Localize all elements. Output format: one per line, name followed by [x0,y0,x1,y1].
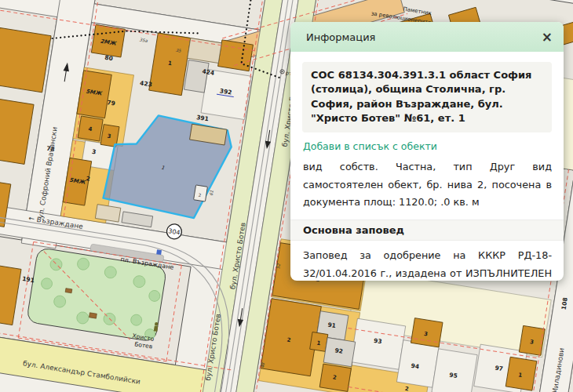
parcel-number: 79 [107,99,116,107]
info-panel-header: Информация × [290,22,564,52]
section-header-order: Основна заповед [290,220,564,241]
parcel-number: 80 [104,54,114,63]
object-details: вид собств. Частна, тип Друг вид самосто… [303,158,552,212]
parcel-number: 93 [373,337,382,346]
close-icon[interactable]: × [542,31,553,44]
add-to-list-link[interactable]: Добави в списък с обекти [303,140,552,152]
parcel-number: 95 [449,371,458,379]
parcel-95 [432,349,477,392]
info-panel: Информация × СОС 68134.304.391.3.1 облас… [290,22,564,281]
park-kiosk-icon [65,289,72,293]
parcel-number: 94 [411,362,420,371]
parcel-number: 92 [334,347,344,355]
parcel-number: 91 [327,321,337,329]
parcel-number: 97 [495,364,504,372]
object-address: СОС 68134.304.391.3.1 област София (стол… [302,62,552,132]
panel-title: Информация [306,31,375,43]
transit-stop-icon [156,249,162,255]
order-text: Заповед за одобрение на КККР РД-18-32/01… [303,247,552,281]
park-bench-icon [89,313,97,318]
